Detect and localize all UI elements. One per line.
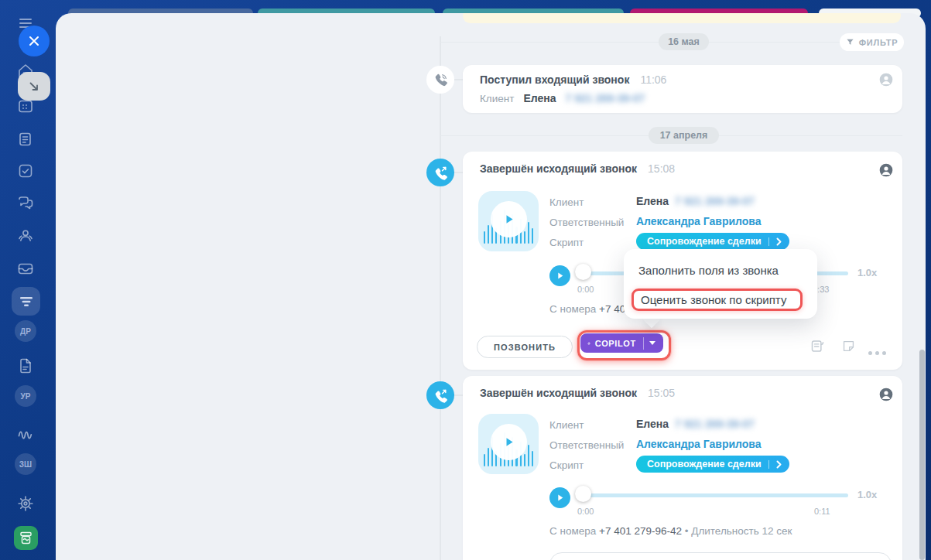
owner-label: Ответственный [549, 217, 624, 228]
badge-label: УР [21, 392, 31, 401]
script-result-icon[interactable] [809, 338, 826, 354]
note-card-edge [463, 13, 901, 23]
play-overlay[interactable] [491, 201, 527, 237]
client-phone-blurred[interactable]: 7 921 269-39-07 [675, 195, 755, 207]
owner-label: Ответственный [549, 439, 624, 451]
timeline-stub [454, 79, 463, 80]
amo-logo-icon[interactable] [16, 423, 35, 442]
from-number-line: С номера +7 401 279-96-42 • Длительность… [549, 525, 792, 537]
chevron-right-icon [776, 237, 782, 246]
more-options-button[interactable] [868, 344, 889, 358]
timeline-stub [454, 172, 463, 173]
play-icon [502, 435, 515, 449]
sidebar-app-green[interactable] [14, 526, 38, 550]
arrow-down-right-icon [27, 80, 41, 94]
menu-item-fill-fields[interactable]: Заполнить поля из звонка [638, 264, 779, 277]
owner-link[interactable]: Александра Гаврилова [636, 215, 762, 227]
client-name[interactable]: Елена [636, 418, 669, 430]
inbox-icon[interactable] [16, 259, 35, 278]
avatar-icon[interactable] [878, 162, 894, 178]
badge-divider [768, 460, 769, 469]
call-button[interactable]: ПОЗВОНИТЬ [477, 336, 573, 358]
feed-scrollbar[interactable] [919, 350, 925, 560]
audio-time-start: 0:00 [577, 507, 594, 516]
event-time: 15:05 [648, 387, 675, 399]
event-title: Поступил входящий звонок [480, 73, 629, 86]
audio-time-start: 0:00 [577, 285, 594, 294]
audio-speed[interactable]: 1.0x [857, 267, 877, 278]
audio-play-button[interactable] [549, 487, 570, 508]
client-phone-blurred[interactable]: 7 921 269-39-07 [566, 92, 645, 104]
call-button-label: ПОЗВОНИТЬ [494, 343, 556, 352]
script-badge[interactable]: Сопровождение сделки [636, 233, 789, 250]
client-phone-blurred[interactable]: 7 921 269-39-07 [675, 418, 755, 430]
audio-time-end: 0:11 [814, 507, 830, 516]
play-overlay[interactable] [491, 424, 527, 460]
avatar-icon[interactable] [878, 72, 894, 87]
script-label: Скрипт [549, 459, 584, 471]
close-button[interactable] [19, 26, 50, 56]
from-label: С номера [549, 525, 596, 537]
badge-label: ДР [20, 327, 31, 336]
client-name[interactable]: Елена [636, 195, 669, 207]
sidebar-badge-zsh[interactable]: ЗШ [15, 453, 36, 475]
play-icon [556, 271, 564, 280]
green-app-icon [19, 531, 33, 545]
from-label: С номера [549, 303, 596, 315]
sidebar-badge-ur[interactable]: УР [15, 385, 36, 407]
sidebar-item-feed-active[interactable] [12, 287, 40, 316]
comment-input[interactable] [549, 552, 892, 560]
date-label: 16 мая [668, 36, 700, 47]
script-badge[interactable]: Сопровождение сделки [636, 456, 789, 473]
call-recording-tile[interactable] [478, 414, 539, 474]
copilot-button[interactable]: COPILOT [580, 333, 663, 353]
client-label: Клиент [549, 419, 584, 431]
script-label: Скрипт [549, 237, 584, 248]
app-root: { "topbar": { "filter": "ФИЛЬТР", "date_… [0, 0, 931, 560]
event-card-call-1505[interactable]: Завершён исходящий звонок 15:05 Клиент Е… [463, 376, 902, 560]
audio-speed[interactable]: 1.0x [857, 489, 877, 500]
close-icon [29, 36, 39, 46]
notes-icon[interactable] [16, 130, 35, 149]
sidebar-badge-dr[interactable]: ДР [15, 320, 36, 342]
outgoing-call-icon [426, 159, 454, 186]
date-label: 17 апреля [660, 130, 708, 141]
event-card-incoming-call[interactable]: Поступил входящий звонок 11:06 Клиент Ел… [463, 65, 902, 113]
timeline-line [440, 36, 441, 560]
chevron-down-icon[interactable] [649, 341, 655, 345]
feed-filter-icon [19, 294, 34, 309]
play-icon [502, 213, 515, 226]
date-pill-17-april: 17 апреля [649, 127, 719, 144]
menu-item-score-highlight[interactable]: Оценить звонок по скрипту [632, 289, 803, 311]
event-time: 15:08 [648, 162, 675, 175]
contacts-icon[interactable] [16, 226, 35, 244]
note-icon[interactable] [841, 339, 856, 353]
copilot-label: COPILOT [595, 339, 636, 348]
calendar-icon[interactable] [16, 97, 35, 115]
badge-label: ЗШ [19, 460, 32, 469]
menu-item-score-call[interactable]: Оценить звонок по скрипту [641, 293, 786, 306]
script-badge-label: Сопровождение сделки [647, 459, 762, 470]
call-recording-tile[interactable] [478, 191, 539, 251]
chats-icon[interactable] [16, 193, 35, 212]
from-number: +7 40 [599, 303, 625, 315]
tasks-check-icon[interactable] [16, 162, 35, 180]
settings-gear-icon[interactable] [16, 494, 35, 513]
audio-play-button[interactable] [549, 265, 570, 286]
client-label: Клиент [549, 196, 584, 208]
audio-track[interactable] [584, 493, 848, 497]
date-pill-16-may: 16 мая [659, 33, 709, 50]
copilot-dropdown-menu: Заполнить поля из звонка Оценить звонок … [624, 249, 817, 319]
incoming-call-icon [426, 66, 454, 94]
client-name[interactable]: Елена [523, 92, 556, 104]
avatar-icon[interactable] [878, 387, 894, 402]
outgoing-call-icon [426, 381, 454, 409]
owner-link[interactable]: Александра Гаврилова [636, 438, 762, 450]
document-icon[interactable] [16, 357, 35, 375]
chevron-right-icon [776, 460, 782, 469]
filter-button[interactable]: ФИЛЬТР [840, 33, 904, 51]
audio-knob[interactable] [575, 486, 591, 502]
event-time: 11:06 [640, 73, 666, 86]
audio-knob[interactable] [575, 264, 591, 280]
event-title: Завершён исходящий звонок [480, 162, 637, 175]
